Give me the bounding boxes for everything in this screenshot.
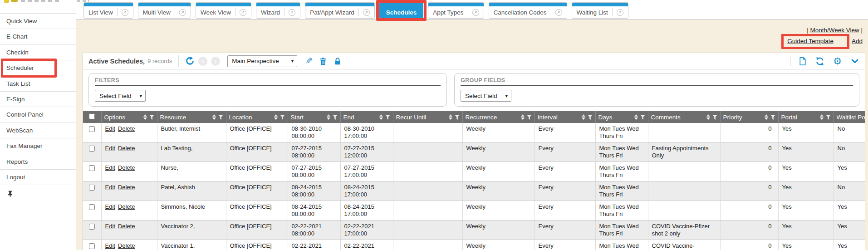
edit-link[interactable]: Edit — [105, 242, 115, 249]
sort-icon[interactable] — [327, 114, 330, 120]
sort-icon[interactable] — [634, 114, 638, 120]
open-external-icon[interactable]: ↗ — [235, 8, 246, 16]
edit-link[interactable]: Edit — [105, 145, 115, 152]
edit-link[interactable]: Edit — [105, 203, 115, 210]
sort-icon[interactable] — [820, 114, 824, 120]
open-external-icon[interactable]: ↗ — [284, 8, 295, 16]
open-external-icon[interactable]: ↗ — [612, 8, 623, 16]
open-external-icon[interactable]: ↗ — [117, 8, 128, 16]
filter-funnel-icon[interactable] — [527, 115, 532, 120]
open-external-icon[interactable]: ↗ — [358, 8, 370, 16]
pushpin-icon[interactable] — [7, 190, 14, 197]
col-priority[interactable]: Priority — [720, 111, 778, 123]
delete-link[interactable]: Delete — [118, 145, 135, 152]
open-external-icon[interactable]: ↗ — [551, 8, 562, 16]
open-external-icon[interactable]: ↗ — [175, 8, 186, 16]
next-icon[interactable]: › — [211, 57, 220, 66]
sort-icon[interactable] — [765, 114, 768, 120]
select-all-checkbox[interactable] — [89, 113, 95, 119]
filter-funnel-icon[interactable] — [333, 115, 338, 120]
col-options[interactable]: Options — [101, 111, 157, 123]
tab-wizard[interactable]: Wizard ↗ — [256, 2, 300, 19]
sidebar-item-scheduler[interactable]: Scheduler — [0, 60, 76, 76]
edit-link[interactable]: Edit — [105, 164, 115, 171]
filter-funnel-icon[interactable] — [385, 115, 390, 120]
sidebar-item-fax-manager[interactable]: Fax Manager — [0, 138, 76, 154]
refresh-icon[interactable] — [815, 57, 824, 66]
tab-appt-types[interactable]: Appt Types ↗ — [428, 2, 484, 19]
col-comments[interactable]: Comments — [648, 111, 720, 123]
col-portal[interactable]: Portal — [778, 111, 834, 123]
filter-funnel-icon[interactable] — [770, 115, 775, 120]
row-checkbox[interactable] — [89, 126, 95, 132]
sort-icon[interactable] — [143, 114, 147, 120]
tab-cancellation-codes[interactable]: Cancellation Codes ↗ — [489, 2, 567, 19]
delete-link[interactable]: Delete — [118, 164, 135, 171]
sort-icon[interactable] — [582, 114, 585, 120]
edit-pencil-icon[interactable]: ✎ — [305, 57, 313, 65]
filter-funnel-icon[interactable] — [218, 115, 223, 120]
sort-icon[interactable] — [379, 114, 383, 120]
tab-pat-appt-wizard[interactable]: Pat/Appt Wizard ↗ — [305, 2, 375, 19]
row-checkbox[interactable] — [89, 204, 95, 210]
guided-template-link[interactable]: Guided Template — [787, 38, 834, 44]
edit-link[interactable]: Edit — [105, 184, 115, 191]
tab-week-view[interactable]: Week View ↗ — [196, 2, 251, 19]
prev-icon[interactable]: ‹ — [198, 57, 207, 66]
col-resource[interactable]: Resource — [157, 111, 226, 123]
gear-icon[interactable]: ⚙ — [833, 56, 842, 66]
edit-link[interactable]: Edit — [105, 223, 115, 230]
open-external-icon[interactable]: ↗ — [468, 8, 479, 16]
col-waitlist-portal[interactable]: Waitlist Po — [834, 111, 865, 123]
sort-icon[interactable] — [521, 114, 525, 120]
delete-link[interactable]: Delete — [118, 184, 135, 191]
edit-link[interactable]: Edit — [105, 125, 115, 132]
trash-icon[interactable] — [319, 57, 327, 65]
tab-list-view[interactable]: List View ↗ — [83, 2, 133, 19]
row-checkbox[interactable] — [89, 165, 95, 171]
sidebar-item-task-list[interactable]: Task List — [0, 76, 76, 92]
col-recurrence[interactable]: Recurrence — [462, 111, 535, 123]
sort-icon[interactable] — [706, 114, 710, 120]
tab-waiting-list[interactable]: Waiting List ↗ — [572, 2, 628, 19]
lock-icon[interactable] — [333, 57, 342, 65]
row-checkbox[interactable] — [89, 243, 95, 249]
sidebar-item-reports[interactable]: Reports — [0, 154, 76, 170]
tab-multi-view[interactable]: Multi View ↗ — [138, 2, 191, 19]
new-document-icon[interactable] — [798, 57, 807, 66]
filter-funnel-icon[interactable] — [280, 115, 285, 120]
add-link[interactable]: Add — [852, 38, 863, 44]
undo-icon[interactable] — [185, 56, 195, 66]
sidebar-item-e-chart[interactable]: E-Chart — [0, 29, 76, 44]
col-start[interactable]: Start — [288, 111, 340, 123]
col-interval[interactable]: Interval — [535, 111, 595, 123]
row-checkbox[interactable] — [89, 224, 95, 230]
sidebar-item-webscan[interactable]: WebScan — [0, 123, 76, 138]
collapse-chevron-icon[interactable] — [850, 57, 859, 65]
col-recur-until[interactable]: Recur Until — [393, 111, 462, 123]
filter-funnel-icon[interactable] — [455, 115, 460, 120]
col-days[interactable]: Days — [595, 111, 648, 123]
filters-field-select[interactable]: Select Field ▾ — [95, 90, 146, 102]
delete-link[interactable]: Delete — [118, 242, 135, 249]
delete-link[interactable]: Delete — [118, 203, 135, 210]
group-fields-select[interactable]: Select Field ▾ — [461, 90, 511, 102]
filter-funnel-icon[interactable] — [149, 115, 154, 120]
sidebar-item-control-panel[interactable]: Control Panel — [0, 107, 76, 123]
filter-funnel-icon[interactable] — [712, 115, 717, 120]
perspective-select[interactable]: Main Perspective ▾ — [227, 55, 297, 67]
filter-funnel-icon[interactable] — [826, 115, 831, 120]
sort-icon[interactable] — [449, 114, 452, 120]
sidebar-item-logout[interactable]: Logout — [0, 170, 76, 185]
sort-icon[interactable] — [274, 114, 278, 120]
delete-link[interactable]: Delete — [118, 223, 135, 230]
col-end[interactable]: End — [340, 111, 393, 123]
delete-link[interactable]: Delete — [118, 125, 135, 132]
filter-funnel-icon[interactable] — [588, 115, 593, 120]
col-location[interactable]: Location — [226, 111, 288, 123]
sidebar-item-checkin[interactable]: Checkin — [0, 45, 76, 60]
filter-funnel-icon[interactable] — [640, 115, 645, 120]
row-checkbox[interactable] — [89, 146, 95, 152]
tab-schedules[interactable]: Schedules — [379, 2, 424, 19]
sort-icon[interactable] — [212, 114, 216, 120]
